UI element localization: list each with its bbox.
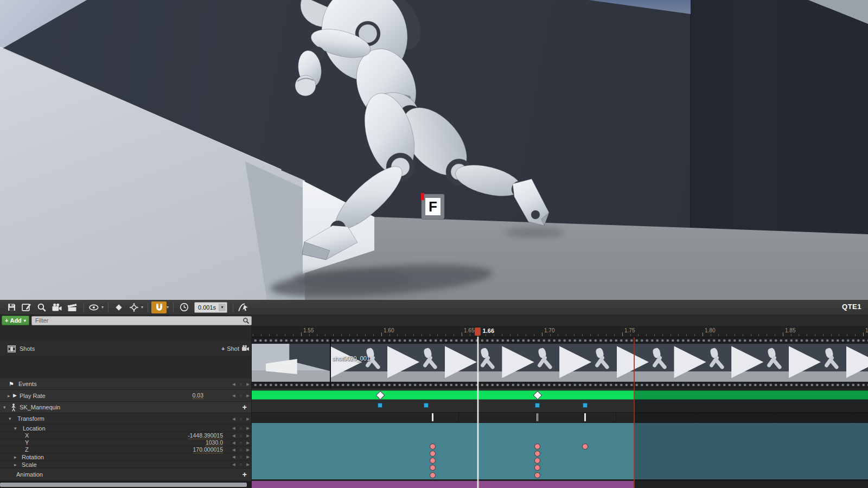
row-scale[interactable]: ▸ Scale ◀○▶: [0, 461, 251, 468]
row-rotation[interactable]: ▸ Rotation ◀○▶: [0, 453, 251, 461]
x-value[interactable]: -1448.390015: [188, 432, 223, 439]
row-location-y[interactable]: Y 1030.0 ◀○▶: [0, 439, 251, 446]
save-icon[interactable]: [4, 301, 18, 313]
transform-keyframe-z[interactable]: [534, 458, 540, 464]
time-ruler[interactable]: 1.551.601.651.701.751.801.851.90: [252, 326, 868, 337]
transform-keyframe-scale[interactable]: [430, 472, 436, 478]
row-location-z[interactable]: Z 170.000015 ◀○▶: [0, 446, 251, 453]
snap-interval-caret-icon[interactable]: ▾: [219, 304, 226, 311]
y-value[interactable]: 1030.0: [206, 439, 223, 446]
transform-keyframe-rotation[interactable]: [430, 465, 436, 471]
track-keyframe-tick[interactable]: [432, 413, 433, 421]
collapse-icon[interactable]: ▾: [3, 404, 6, 410]
expand-icon[interactable]: ▸: [8, 393, 10, 399]
shot-camera-icon[interactable]: [241, 345, 250, 352]
snap-caret-icon[interactable]: ▾: [167, 305, 169, 310]
timeline-area[interactable]: shot0020_001 1.551.601.651.701.751.801.8…: [252, 326, 868, 488]
shot-boundary[interactable]: [330, 337, 331, 389]
keyframe-nav[interactable]: ◀○▶: [232, 447, 250, 452]
playhead-marker[interactable]: [475, 328, 481, 336]
shot-thumbnail[interactable]: [674, 344, 732, 382]
play-rate-keyframe[interactable]: [378, 403, 382, 408]
track-row-animation[interactable]: Animation +: [0, 468, 251, 481]
shot-thumbnail[interactable]: [617, 344, 675, 382]
shot-thumbnail[interactable]: [789, 344, 847, 382]
collapse-icon[interactable]: ▾: [9, 416, 11, 421]
keyframe-nav[interactable]: ◀○▶: [232, 433, 250, 438]
transform-keys-caret-icon[interactable]: ▾: [141, 305, 143, 310]
shot-thumbnail[interactable]: [445, 344, 503, 382]
shot-thumbnail[interactable]: [731, 344, 789, 382]
view-options-eye-icon[interactable]: [87, 301, 101, 313]
add-shot-label[interactable]: Shot: [227, 345, 239, 352]
animation-track-bar[interactable]: [252, 480, 634, 488]
edit-sequence-icon[interactable]: [20, 301, 34, 313]
ruler-tick-label: 1.70: [544, 328, 554, 333]
transform-keyframe-scale[interactable]: [534, 472, 540, 478]
keyframe-nav[interactable]: ◀○▶: [232, 462, 250, 467]
transform-keyframe-x[interactable]: [430, 444, 436, 450]
play-rate-keyframe[interactable]: [424, 403, 429, 408]
shots-filmstrip-track[interactable]: shot0020_001: [252, 337, 868, 389]
collapse-icon[interactable]: ▾: [14, 426, 17, 431]
transform-keyframe-y[interactable]: [430, 451, 436, 457]
transform-keyframe-z[interactable]: [430, 458, 436, 464]
prev-key-icon: ◀: [232, 433, 235, 438]
track-row-shots[interactable]: Shots + Shot: [0, 342, 251, 356]
plus-icon[interactable]: +: [221, 345, 225, 352]
track-row-events[interactable]: ⚑ Events ◀○▶: [0, 378, 251, 390]
ruler-tick-label: 1.75: [624, 328, 635, 333]
row-location-x[interactable]: X -1448.390015 ◀○▶: [0, 432, 251, 439]
playhead-line[interactable]: [477, 337, 478, 488]
render-movie-camera-icon[interactable]: [50, 301, 64, 313]
shot-clip-label[interactable]: shot0020_001: [332, 355, 370, 362]
keyframe-nav[interactable]: ◀○▶: [232, 454, 250, 459]
transform-keys-icon[interactable]: [127, 301, 141, 313]
transform-keyframe-y[interactable]: [534, 451, 540, 457]
transform-keyframe-rotation[interactable]: [534, 465, 540, 471]
track-row-play-rate[interactable]: ▸ ▶ Play Rate 0.03 ◀○▶: [0, 390, 251, 402]
snap-magnet-icon[interactable]: [151, 301, 167, 313]
play-rate-value[interactable]: 0.03: [193, 392, 203, 399]
play-rate-keyframe[interactable]: [583, 403, 588, 408]
track-row-sk-mannequin[interactable]: ▾ SK_Mannequin +: [0, 402, 251, 413]
playback-end-marker[interactable]: [634, 337, 635, 488]
z-value[interactable]: 170.000015: [193, 446, 223, 453]
transform-keyframe-x[interactable]: [534, 444, 540, 450]
track-keyframe-tick[interactable]: [584, 413, 586, 421]
add-track-button[interactable]: + Add ▾: [2, 316, 29, 325]
keyframe-nav[interactable]: ◀○▶: [232, 416, 250, 421]
toolbar-separator: [148, 303, 148, 312]
curve-editor-pointer-icon[interactable]: [237, 301, 251, 313]
keyframe-nav[interactable]: ◀○▶: [232, 393, 250, 398]
shot-thumbnail[interactable]: [252, 344, 330, 382]
play-rate-keyframe[interactable]: [535, 403, 540, 408]
add-animation-icon[interactable]: +: [242, 471, 247, 478]
expand-icon[interactable]: ▸: [14, 462, 17, 467]
search-icon[interactable]: [35, 301, 49, 313]
outliner-scrollbar[interactable]: [0, 483, 247, 487]
keyframe-options-diamond-icon[interactable]: [112, 301, 126, 313]
transform-keyframe-x[interactable]: [582, 444, 588, 450]
row-transform[interactable]: ▾ Transform ◀○▶: [0, 413, 251, 425]
next-key-icon: ▶: [246, 440, 250, 445]
keyframe-nav[interactable]: ◀○▶: [232, 426, 250, 431]
keyframe-nav[interactable]: ◀○▶: [232, 382, 250, 387]
shot-thumbnail[interactable]: [502, 344, 560, 382]
filter-search-icon[interactable]: [242, 317, 250, 325]
snap-interval-select[interactable]: 0.001s ▾: [194, 302, 227, 313]
shot-thumbnail[interactable]: [846, 344, 868, 382]
prev-key-icon: ◀: [232, 454, 235, 459]
shot-thumbnail[interactable]: [387, 344, 445, 382]
shot-thumbnail[interactable]: [330, 344, 388, 382]
shot-thumbnail[interactable]: [559, 344, 617, 382]
filter-search-input[interactable]: Filter: [31, 316, 252, 325]
expand-icon[interactable]: ▸: [14, 454, 17, 460]
view-options-caret-icon[interactable]: ▾: [101, 305, 104, 310]
create-shot-clapperboard-icon[interactable]: [65, 301, 79, 313]
add-subtrack-icon[interactable]: +: [242, 403, 247, 411]
mannequin-person-icon: [11, 403, 16, 413]
keyframe-nav[interactable]: ◀○▶: [232, 440, 250, 445]
viewport-3d[interactable]: F: [0, 0, 868, 300]
row-location[interactable]: ▾ Location ◀○▶: [0, 425, 251, 432]
